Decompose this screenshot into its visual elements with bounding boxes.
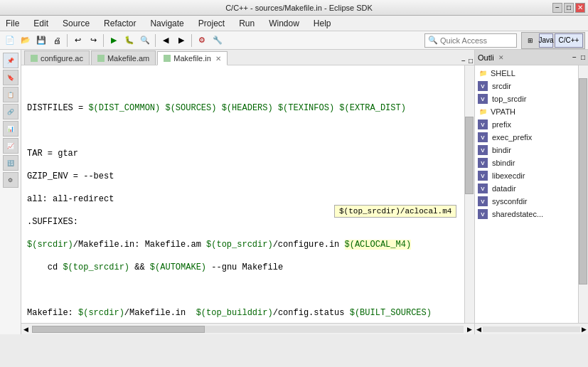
code-line-1 [27, 80, 459, 91]
outline-scroll-right[interactable]: ▶ [580, 326, 588, 333]
editor-content: DISTFILES = $(DIST_COMMON) $(SOURCES) $(… [21, 65, 474, 323]
undo-button[interactable]: ↩ [70, 33, 85, 48]
menu-source[interactable]: Source [60, 17, 92, 30]
outline-item-bindir[interactable]: V bindir [475, 144, 578, 156]
window-title: C/C++ - sources/Makefile.in - Eclipse SD… [46, 4, 552, 12]
java-perspective[interactable]: Java [539, 33, 553, 48]
tab-close-button[interactable]: ✕ [215, 55, 221, 63]
outline-h-scroll-track[interactable] [483, 326, 580, 332]
outline-item-top-srcdir[interactable]: V top_srcdir [475, 92, 578, 105]
editor-scrollbar[interactable] [464, 65, 474, 323]
outline-item-exec-prefix[interactable]: V exec_prefix [475, 131, 578, 144]
sidebar-icon-8[interactable]: ⚙ [3, 172, 18, 188]
scroll-thumb[interactable] [465, 117, 474, 194]
title-bar: C/C++ - sources/Makefile.in - Eclipse SD… [0, 0, 588, 16]
quick-access-container: 🔍 [424, 33, 517, 48]
left-sidebar: 📌 🔖 📋 🔗 📊 📈 🔢 ⚙ [0, 50, 21, 334]
minimize-editor-button[interactable]: − [460, 57, 467, 65]
sidebar-icon-4[interactable]: 🔗 [3, 104, 18, 119]
search-button[interactable]: 🔍 [138, 33, 152, 48]
outline-title: Outli [478, 53, 494, 62]
tab-icon-makefileam [97, 55, 105, 62]
sidebar-icon-7[interactable]: 🔢 [3, 155, 18, 171]
outline-content: 📁 SHELL V srcdir V top_srcdir 📁 VPATH V [475, 65, 578, 323]
outline-icon[interactable]: ⊞ [523, 33, 538, 48]
search-icon: 🔍 [428, 36, 438, 45]
print-button[interactable]: 🖨 [50, 33, 64, 48]
sidebar-icon-6[interactable]: 📈 [3, 138, 18, 154]
outline-item-sharedstatec[interactable]: V sharedstatec... [475, 208, 578, 220]
var-icon-sysconfdir: V [478, 196, 488, 206]
toolbar: 📄 📂 💾 🖨 ↩ ↪ ▶ 🐛 🔍 ◀ ▶ ⚙ 🔧 🔍 ⊞ Java C/C++ [0, 31, 588, 50]
menu-project[interactable]: Project [196, 17, 228, 30]
outline-scroll-thumb[interactable] [579, 78, 587, 284]
quick-access-input[interactable] [440, 36, 511, 45]
sidebar-icon-5[interactable]: 📊 [3, 121, 18, 137]
outline-scroll-left[interactable]: ◀ [475, 326, 483, 333]
debug-button[interactable]: 🐛 [122, 33, 137, 48]
var-icon-sharedstatec: V [478, 209, 488, 219]
var-icon-top-srcdir: V [478, 94, 488, 104]
menu-help[interactable]: Help [311, 17, 334, 30]
outline-item-sbindir[interactable]: V sbindir [475, 156, 578, 169]
cpp-perspective[interactable]: C/C++ [555, 33, 583, 48]
outline-bottom-scrollbar: ◀ ▶ [475, 323, 588, 334]
var-icon-libexecdir: V [478, 171, 488, 181]
code-editor[interactable]: DISTFILES = $(DIST_COMMON) $(SOURCES) $(… [21, 65, 464, 323]
tab-makefile-am[interactable]: Makefile.am [91, 50, 156, 65]
var-icon-sbindir: V [478, 158, 488, 168]
var-icon-datadir: V [478, 184, 488, 193]
scroll-right-button[interactable]: ▶ [465, 326, 474, 333]
menu-file[interactable]: File [3, 17, 22, 30]
code-line-9: cd $(top_srcdir) && $(AUTOMAKE) --gnu Ma… [27, 262, 459, 273]
tab-configure-ac[interactable]: configure.ac [24, 50, 90, 65]
navigate-next[interactable]: ▶ [174, 33, 188, 48]
maximize-button[interactable]: □ [564, 3, 574, 13]
tab-makefile-in[interactable]: Makefile.in ✕ [157, 51, 228, 65]
new-button[interactable]: 📄 [3, 33, 17, 48]
tab-icon-configure [31, 55, 38, 62]
menu-edit[interactable]: Edit [31, 17, 51, 30]
open-button[interactable]: 📂 [18, 33, 33, 48]
redo-button[interactable]: ↪ [86, 33, 100, 48]
menu-navigate[interactable]: Navigate [147, 17, 186, 30]
menu-refactor[interactable]: Refactor [101, 17, 139, 30]
horizontal-scroll-track[interactable] [32, 326, 464, 333]
var-icon-prefix: V [478, 119, 488, 129]
separator-3 [155, 34, 156, 47]
menu-run[interactable]: Run [236, 17, 257, 30]
code-line-3 [27, 125, 459, 137]
code-line-11: Makefile: $(srcdir)/Makefile.in $(top_bu… [27, 307, 459, 319]
build-button[interactable]: ⚙ [195, 33, 209, 48]
outline-item-shell[interactable]: 📁 SHELL [475, 67, 578, 80]
outline-item-srcdir[interactable]: V srcdir [475, 80, 578, 92]
outline-item-sysconfdir[interactable]: V sysconfdir [475, 195, 578, 208]
outline-scrollbar[interactable] [578, 65, 588, 323]
code-line-4: TAR = gtar [27, 148, 459, 159]
navigate-prev[interactable]: ◀ [159, 33, 173, 48]
var-icon-bindir: V [478, 145, 488, 155]
outline-maximize-button[interactable]: □ [581, 53, 585, 61]
close-button[interactable]: ✕ [575, 3, 585, 13]
sidebar-icon-1[interactable]: 📌 [3, 53, 18, 68]
minimize-button[interactable]: − [552, 3, 562, 13]
outline-item-datadir[interactable]: V datadir [475, 182, 578, 195]
editor-bottom-scrollbar: ◀ ▶ [21, 323, 474, 334]
outline-minimize-button[interactable]: − [572, 53, 577, 61]
outline-item-prefix[interactable]: V prefix [475, 118, 578, 131]
outline-item-vpath[interactable]: 📁 VPATH [475, 105, 578, 118]
sidebar-icon-2[interactable]: 🔖 [3, 70, 18, 85]
separator-4 [191, 34, 192, 47]
save-button[interactable]: 💾 [34, 33, 48, 48]
separator-2 [103, 34, 104, 47]
horizontal-scroll-thumb[interactable] [32, 326, 205, 333]
outline-item-libexecdir[interactable]: V libexecdir [475, 169, 578, 182]
sidebar-icon-3[interactable]: 📋 [3, 87, 18, 102]
maximize-editor-button[interactable]: □ [467, 57, 474, 65]
menu-window[interactable]: Window [266, 17, 302, 30]
outline-close-icon[interactable]: ✕ [498, 54, 504, 61]
editor-tab-controls: − □ [460, 57, 474, 65]
run-button[interactable]: ▶ [107, 33, 121, 48]
clean-button[interactable]: 🔧 [210, 33, 225, 48]
scroll-left-button[interactable]: ◀ [21, 326, 31, 333]
